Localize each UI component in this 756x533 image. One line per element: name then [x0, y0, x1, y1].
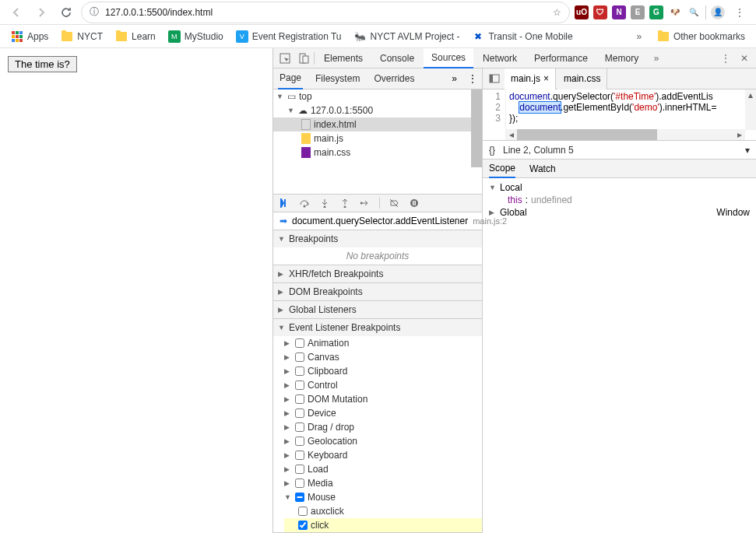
bm-mystudio[interactable]: MMyStudio [164, 28, 228, 45]
bookmarks-bar: Apps NYCT Learn MMyStudio VEvent Registr… [0, 25, 756, 48]
subtab-overrides[interactable]: Overrides [372, 68, 416, 89]
bm-avlm[interactable]: 🐜NYCT AVLM Project - [350, 28, 465, 45]
tab-network[interactable]: Network [475, 48, 525, 68]
sec-xhr[interactable]: ▶XHR/fetch Breakpoints [273, 265, 482, 282]
scope-local[interactable]: ▼Local [489, 181, 750, 194]
subtab-filesystem[interactable]: Filesystem [314, 68, 361, 89]
svg-point-15 [360, 202, 363, 205]
bm-learn[interactable]: Learn [111, 28, 160, 45]
tab-performance[interactable]: Performance [526, 48, 596, 68]
editor-tab-maincss[interactable]: main.css [557, 68, 607, 89]
time-button[interactable]: The time is? [8, 56, 77, 72]
step-out-icon[interactable] [339, 198, 351, 208]
tree-host[interactable]: ▼☁127.0.0.1:5500 [273, 103, 482, 117]
event-cat-keyboard[interactable]: ▶Keyboard [284, 448, 482, 462]
svg-rect-6 [12, 39, 15, 42]
device-icon[interactable] [295, 50, 312, 67]
menu-icon[interactable]: ⋮ [730, 2, 750, 23]
event-cat-load[interactable]: ▶Load [284, 462, 482, 476]
tree-file-mainjs[interactable]: main.js [273, 131, 482, 146]
cloud-icon: ☁ [298, 105, 308, 116]
kebab-icon[interactable]: ⋮ [468, 73, 477, 84]
editor-tab-mainjs[interactable]: main.js× [505, 68, 556, 89]
cursor-position: Line 2, Column 5 [503, 145, 574, 156]
inspect-icon[interactable] [276, 50, 294, 67]
resume-icon[interactable] [278, 198, 290, 208]
step-over-icon[interactable] [298, 198, 311, 208]
subtab-page[interactable]: Page [278, 68, 303, 89]
code-editor[interactable]: 123 document.querySelector('#theTime').a… [483, 89, 756, 141]
forward-icon[interactable] [31, 2, 51, 23]
event-cat-control[interactable]: ▶Control [284, 378, 482, 392]
more-subtabs-icon[interactable]: » [452, 73, 457, 84]
pause-exceptions-icon[interactable] [408, 198, 420, 208]
event-cat-clipboard[interactable]: ▶Clipboard [284, 364, 482, 378]
apps-icon [11, 30, 23, 43]
devtools: Elements Console Sources Network Perform… [273, 48, 756, 533]
sec-breakpoints[interactable]: ▼Breakpoints [273, 230, 482, 247]
bm-apps[interactable]: Apps [6, 28, 53, 45]
close-devtools-icon[interactable]: ✕ [736, 50, 753, 67]
bm-overflow-icon[interactable]: » [629, 26, 649, 47]
svg-rect-3 [12, 35, 15, 38]
star-icon[interactable]: ☆ [553, 7, 561, 18]
ext-dog-icon[interactable]: 🐶 [668, 5, 682, 19]
bm-other[interactable]: Other bookmarks [652, 28, 750, 45]
ext-onenote-icon[interactable]: N [612, 5, 626, 19]
nav-toggle-icon[interactable] [486, 70, 503, 87]
tab-sources[interactable]: Sources [424, 48, 473, 68]
event-cat-dommutation[interactable]: ▶DOM Mutation [284, 392, 482, 406]
deactivate-bp-icon[interactable] [388, 198, 400, 208]
tab-memory[interactable]: Memory [597, 48, 646, 68]
coverage-icon[interactable]: ▾ [745, 145, 750, 156]
tab-elements[interactable]: Elements [316, 48, 371, 68]
tree-file-maincss[interactable]: main.css [273, 146, 482, 160]
editor-vscroll[interactable]: ▴ [745, 89, 756, 130]
editor-hscroll[interactable]: ◂▸ [506, 129, 745, 140]
svg-point-16 [410, 199, 418, 207]
event-cat-device[interactable]: ▶Device [284, 406, 482, 420]
svg-rect-5 [19, 35, 23, 38]
ext-e-icon[interactable]: E [631, 5, 645, 19]
bm-nyct[interactable]: NYCT [56, 28, 107, 45]
frame-function[interactable]: document.querySelector.addEventListener [292, 216, 468, 226]
event-cat-animation[interactable]: ▶Animation [284, 336, 482, 350]
more-tabs-icon[interactable]: » [648, 50, 665, 67]
event-cat-geolocation[interactable]: ▶Geolocation [284, 434, 482, 448]
svg-rect-18 [415, 201, 417, 205]
ext-shield-icon[interactable]: 🛡 [593, 5, 607, 19]
ext-ublock-icon[interactable]: uO [575, 5, 589, 19]
sec-global[interactable]: ▶Global Listeners [273, 301, 482, 318]
ext-grammarly-icon[interactable]: G [649, 5, 663, 19]
settings-kebab-icon[interactable]: ⋮ [717, 50, 734, 67]
scope-global[interactable]: ▶GlobalWindow [489, 206, 750, 219]
tab-watch[interactable]: Watch [529, 160, 556, 178]
avatar-icon[interactable]: 👤 [711, 5, 725, 19]
back-icon[interactable] [6, 2, 26, 23]
confluence-icon: ✖ [472, 30, 484, 43]
no-breakpoints: No breakpoints [273, 247, 482, 265]
tree-file-index[interactable]: index.html [273, 117, 482, 131]
tab-scope[interactable]: Scope [489, 160, 515, 178]
sec-dom[interactable]: ▶DOM Breakpoints [273, 283, 482, 300]
event-cat-media[interactable]: ▶Media [284, 476, 482, 490]
event-cat-canvas[interactable]: ▶Canvas [284, 350, 482, 364]
event-cat-mouse[interactable]: ▼Mouse [284, 490, 482, 504]
omnibox[interactable]: ⓘ 127.0.0.1:5500/index.html ☆ [81, 2, 570, 23]
tab-console[interactable]: Console [372, 48, 422, 68]
scope-this[interactable]: this: undefined [489, 194, 750, 206]
step-icon[interactable] [359, 198, 371, 208]
event-click[interactable]: click [284, 518, 482, 532]
ext-search-icon[interactable]: 🔍 [687, 5, 701, 19]
tree-top[interactable]: ▼▭top [273, 89, 482, 103]
step-into-icon[interactable] [318, 198, 331, 208]
braces-icon[interactable]: {} [489, 145, 495, 156]
reload-icon[interactable] [56, 2, 76, 23]
bm-event[interactable]: VEvent Registration Tu [231, 28, 346, 45]
close-tab-icon[interactable]: × [543, 73, 549, 84]
event-cat-dragdrop[interactable]: ▶Drag / drop [284, 420, 482, 434]
bm-transit[interactable]: ✖Transit - One Mobile [467, 28, 577, 45]
sec-event-listener[interactable]: ▼Event Listener Breakpoints [273, 319, 482, 336]
tree-scrollbar[interactable] [471, 89, 482, 167]
event-auxclick[interactable]: auxclick [284, 504, 482, 518]
